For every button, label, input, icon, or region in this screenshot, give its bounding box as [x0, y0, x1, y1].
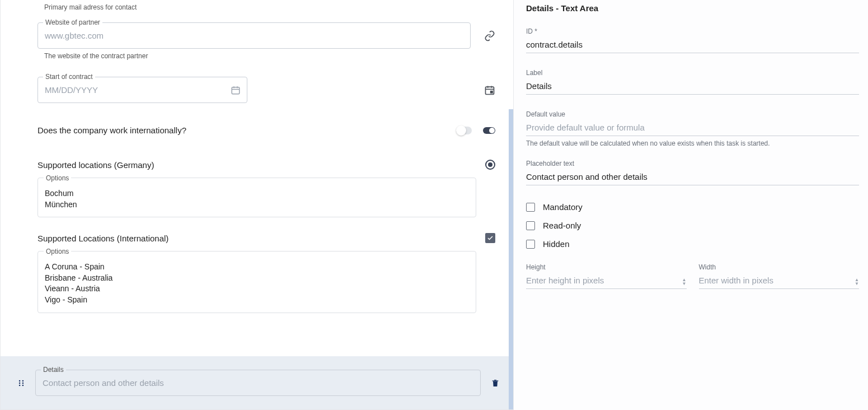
details-label: Details [41, 366, 66, 374]
list-item: München [45, 199, 469, 211]
id-input[interactable] [526, 38, 859, 53]
width-stepper[interactable]: ▲▼ [855, 278, 859, 286]
readonly-checkbox[interactable] [526, 221, 535, 230]
mandatory-label: Mandatory [543, 202, 583, 212]
svg-point-9 [19, 380, 21, 381]
hidden-checkbox[interactable] [526, 240, 535, 249]
width-label: Width [699, 263, 860, 271]
list-item: Bochum [45, 188, 469, 199]
placeholder-text-label: Placeholder text [526, 160, 859, 167]
checkbox-type-icon [485, 233, 495, 243]
website-label: Website of partner [43, 18, 102, 26]
website-helper-text: The website of the contract partner [44, 52, 513, 60]
label-label: Label [526, 69, 859, 77]
options-label: Options [44, 248, 71, 255]
link-icon [484, 30, 495, 41]
selected-field-row[interactable]: Details [1, 356, 513, 409]
svg-rect-0 [232, 87, 240, 94]
height-label: Height [526, 263, 687, 271]
date-input[interactable] [37, 77, 247, 103]
placeholder-text-input[interactable] [526, 170, 859, 185]
default-value-label: Default value [526, 110, 859, 118]
options-label: Options [44, 174, 71, 182]
locations-de-options-box[interactable]: Options Bochum München [37, 178, 476, 217]
svg-point-12 [22, 382, 24, 384]
website-input[interactable] [37, 22, 471, 49]
svg-point-10 [22, 380, 24, 381]
scrollbar[interactable] [509, 109, 513, 409]
list-item: Vieann - Austria [45, 283, 469, 295]
properties-panel: Details - Text Area ID * Label Default v… [514, 0, 868, 410]
mandatory-checkbox[interactable] [526, 203, 535, 212]
svg-point-11 [19, 382, 21, 384]
calendar-icon[interactable] [231, 85, 241, 95]
date-type-icon [484, 85, 495, 96]
id-label: ID * [526, 27, 859, 35]
list-item: A Coruna - Spain [45, 262, 469, 273]
list-item: Vigo - Spain [45, 295, 469, 306]
locations-de-label: Supported locations (Germany) [37, 160, 154, 170]
svg-rect-8 [491, 91, 492, 92]
width-input[interactable] [699, 273, 860, 289]
label-input[interactable] [526, 79, 859, 95]
locations-intl-label: Supported Locations (International) [37, 234, 168, 243]
default-value-helper: The default value will be calculated whe… [526, 139, 859, 147]
radio-type-icon [485, 160, 495, 170]
list-item: Brisbane - Australia [45, 273, 469, 284]
international-label: Does the company work internationally? [37, 125, 186, 135]
svg-point-14 [22, 384, 24, 386]
height-stepper[interactable]: ▲▼ [682, 278, 687, 286]
height-input[interactable] [526, 273, 687, 289]
email-helper-text: Primary mail adress for contact [44, 3, 513, 11]
default-value-input[interactable] [526, 120, 859, 136]
form-canvas: Primary mail adress for contact Website … [0, 0, 514, 410]
panel-title: Details - Text Area [526, 3, 859, 13]
date-label: Start of contract [43, 73, 95, 81]
delete-icon[interactable] [491, 378, 500, 388]
details-input[interactable] [35, 370, 481, 396]
locations-intl-options-box[interactable]: Options A Coruna - Spain Brisbane - Aust… [37, 251, 476, 313]
readonly-label: Read-only [543, 221, 581, 230]
toggle-type-icon [483, 127, 495, 134]
svg-point-13 [19, 384, 21, 386]
drag-handle-icon[interactable] [17, 378, 25, 388]
international-toggle[interactable] [456, 127, 472, 134]
hidden-label: Hidden [543, 239, 570, 249]
